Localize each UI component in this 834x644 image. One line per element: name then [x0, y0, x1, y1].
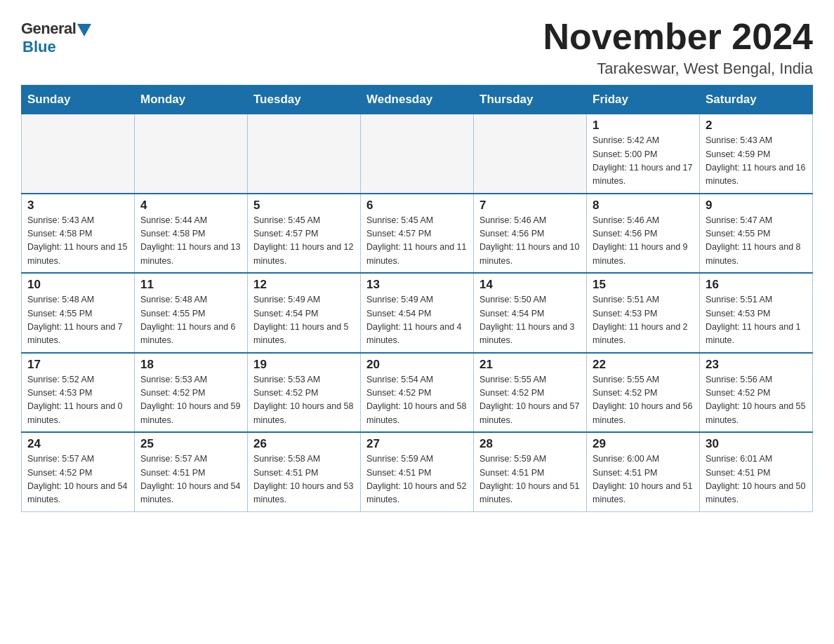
day-number: 2: [706, 119, 807, 133]
day-info: Sunrise: 5:44 AMSunset: 4:58 PMDaylight:…: [140, 214, 241, 269]
calendar-cell: 18Sunrise: 5:53 AMSunset: 4:52 PMDayligh…: [135, 353, 248, 433]
calendar-cell: 16Sunrise: 5:51 AMSunset: 4:53 PMDayligh…: [700, 273, 813, 353]
day-header-wednesday: Wednesday: [361, 86, 474, 114]
calendar-cell: 9Sunrise: 5:47 AMSunset: 4:55 PMDaylight…: [700, 194, 813, 274]
calendar-cell: 8Sunrise: 5:46 AMSunset: 4:56 PMDaylight…: [587, 194, 700, 274]
day-info: Sunrise: 5:59 AMSunset: 4:51 PMDaylight:…: [366, 452, 468, 507]
day-info: Sunrise: 5:59 AMSunset: 4:51 PMDaylight:…: [479, 452, 581, 507]
day-header-thursday: Thursday: [474, 86, 587, 114]
logo: General Blue: [21, 20, 91, 56]
calendar-cell: [135, 114, 248, 194]
calendar-cell: 6Sunrise: 5:45 AMSunset: 4:57 PMDaylight…: [361, 194, 474, 274]
day-number: 8: [593, 199, 694, 213]
calendar-week-row: 10Sunrise: 5:48 AMSunset: 4:55 PMDayligh…: [22, 273, 813, 353]
day-info: Sunrise: 5:43 AMSunset: 4:58 PMDaylight:…: [27, 214, 128, 269]
day-number: 24: [27, 437, 128, 451]
day-number: 11: [140, 278, 241, 292]
main-title: November 2024: [543, 17, 813, 57]
calendar-cell: 30Sunrise: 6:01 AMSunset: 4:51 PMDayligh…: [700, 432, 813, 511]
day-number: 10: [27, 278, 128, 292]
calendar-cell: 21Sunrise: 5:55 AMSunset: 4:52 PMDayligh…: [474, 353, 587, 433]
calendar-cell: 2Sunrise: 5:43 AMSunset: 4:59 PMDaylight…: [700, 114, 813, 194]
day-number: 16: [706, 278, 807, 292]
calendar-cell: 26Sunrise: 5:58 AMSunset: 4:51 PMDayligh…: [248, 432, 361, 511]
day-info: Sunrise: 5:51 AMSunset: 4:53 PMDaylight:…: [593, 293, 694, 348]
day-info: Sunrise: 5:43 AMSunset: 4:59 PMDaylight:…: [706, 134, 807, 189]
calendar-cell: 1Sunrise: 5:42 AMSunset: 5:00 PMDaylight…: [587, 114, 700, 194]
day-header-tuesday: Tuesday: [248, 86, 361, 114]
calendar-cell: 15Sunrise: 5:51 AMSunset: 4:53 PMDayligh…: [587, 273, 700, 353]
day-number: 27: [366, 437, 468, 451]
calendar-week-row: 24Sunrise: 5:57 AMSunset: 4:52 PMDayligh…: [22, 432, 813, 511]
logo-general-text: General: [21, 20, 76, 38]
day-info: Sunrise: 5:49 AMSunset: 4:54 PMDaylight:…: [366, 293, 468, 348]
calendar-cell: 5Sunrise: 5:45 AMSunset: 4:57 PMDaylight…: [248, 194, 361, 274]
day-number: 25: [140, 437, 241, 451]
calendar-cell: 29Sunrise: 6:00 AMSunset: 4:51 PMDayligh…: [587, 432, 700, 511]
day-info: Sunrise: 5:45 AMSunset: 4:57 PMDaylight:…: [253, 214, 355, 269]
calendar-cell: 28Sunrise: 5:59 AMSunset: 4:51 PMDayligh…: [474, 432, 587, 511]
day-info: Sunrise: 5:53 AMSunset: 4:52 PMDaylight:…: [140, 373, 241, 428]
day-number: 19: [253, 358, 355, 372]
day-number: 5: [253, 199, 355, 213]
calendar-cell: 12Sunrise: 5:49 AMSunset: 4:54 PMDayligh…: [248, 273, 361, 353]
calendar-cell: [474, 114, 587, 194]
calendar-cell: 25Sunrise: 5:57 AMSunset: 4:51 PMDayligh…: [135, 432, 248, 511]
day-number: 4: [140, 199, 241, 213]
day-info: Sunrise: 5:56 AMSunset: 4:52 PMDaylight:…: [706, 373, 807, 428]
calendar-cell: 4Sunrise: 5:44 AMSunset: 4:58 PMDaylight…: [135, 194, 248, 274]
day-number: 28: [479, 437, 581, 451]
calendar-cell: 22Sunrise: 5:55 AMSunset: 4:52 PMDayligh…: [587, 353, 700, 433]
calendar-cell: 14Sunrise: 5:50 AMSunset: 4:54 PMDayligh…: [474, 273, 587, 353]
day-info: Sunrise: 5:51 AMSunset: 4:53 PMDaylight:…: [706, 293, 807, 348]
day-info: Sunrise: 5:50 AMSunset: 4:54 PMDaylight:…: [479, 293, 581, 348]
day-info: Sunrise: 5:48 AMSunset: 4:55 PMDaylight:…: [140, 293, 241, 348]
day-info: Sunrise: 6:01 AMSunset: 4:51 PMDaylight:…: [706, 452, 807, 507]
calendar-week-row: 17Sunrise: 5:52 AMSunset: 4:53 PMDayligh…: [22, 353, 813, 433]
calendar-cell: [248, 114, 361, 194]
day-number: 23: [706, 358, 807, 372]
calendar-week-row: 1Sunrise: 5:42 AMSunset: 5:00 PMDaylight…: [22, 114, 813, 194]
day-number: 26: [253, 437, 355, 451]
day-number: 21: [479, 358, 581, 372]
day-header-monday: Monday: [135, 86, 248, 114]
day-info: Sunrise: 5:53 AMSunset: 4:52 PMDaylight:…: [253, 373, 355, 428]
day-number: 17: [27, 358, 128, 372]
day-number: 20: [366, 358, 468, 372]
day-info: Sunrise: 5:46 AMSunset: 4:56 PMDaylight:…: [593, 214, 694, 269]
day-header-friday: Friday: [587, 86, 700, 114]
day-info: Sunrise: 5:48 AMSunset: 4:55 PMDaylight:…: [27, 293, 128, 348]
logo-blue-text: Blue: [22, 38, 56, 56]
title-block: November 2024 Tarakeswar, West Bengal, I…: [543, 17, 813, 78]
calendar-header-row: SundayMondayTuesdayWednesdayThursdayFrid…: [22, 86, 813, 114]
calendar-cell: 19Sunrise: 5:53 AMSunset: 4:52 PMDayligh…: [248, 353, 361, 433]
logo-triangle-icon: [77, 24, 91, 36]
calendar-cell: [361, 114, 474, 194]
day-number: 22: [593, 358, 694, 372]
calendar-table: SundayMondayTuesdayWednesdayThursdayFrid…: [21, 85, 813, 512]
calendar-cell: 23Sunrise: 5:56 AMSunset: 4:52 PMDayligh…: [700, 353, 813, 433]
day-number: 29: [593, 437, 694, 451]
calendar-week-row: 3Sunrise: 5:43 AMSunset: 4:58 PMDaylight…: [22, 194, 813, 274]
calendar-cell: 10Sunrise: 5:48 AMSunset: 4:55 PMDayligh…: [22, 273, 135, 353]
day-number: 1: [593, 119, 694, 133]
calendar-cell: 20Sunrise: 5:54 AMSunset: 4:52 PMDayligh…: [361, 353, 474, 433]
day-info: Sunrise: 5:58 AMSunset: 4:51 PMDaylight:…: [253, 452, 355, 507]
day-number: 9: [706, 199, 807, 213]
day-info: Sunrise: 5:49 AMSunset: 4:54 PMDaylight:…: [253, 293, 355, 348]
day-number: 13: [366, 278, 468, 292]
day-info: Sunrise: 5:45 AMSunset: 4:57 PMDaylight:…: [366, 214, 468, 269]
day-info: Sunrise: 5:55 AMSunset: 4:52 PMDaylight:…: [593, 373, 694, 428]
day-info: Sunrise: 5:57 AMSunset: 4:52 PMDaylight:…: [27, 452, 128, 507]
calendar-cell: 17Sunrise: 5:52 AMSunset: 4:53 PMDayligh…: [22, 353, 135, 433]
day-number: 12: [253, 278, 355, 292]
day-info: Sunrise: 6:00 AMSunset: 4:51 PMDaylight:…: [593, 452, 694, 507]
calendar-cell: 27Sunrise: 5:59 AMSunset: 4:51 PMDayligh…: [361, 432, 474, 511]
day-info: Sunrise: 5:55 AMSunset: 4:52 PMDaylight:…: [479, 373, 581, 428]
calendar-cell: 7Sunrise: 5:46 AMSunset: 4:56 PMDaylight…: [474, 194, 587, 274]
day-header-sunday: Sunday: [22, 86, 135, 114]
day-number: 14: [479, 278, 581, 292]
day-number: 30: [706, 437, 807, 451]
day-info: Sunrise: 5:54 AMSunset: 4:52 PMDaylight:…: [366, 373, 468, 428]
calendar-cell: 13Sunrise: 5:49 AMSunset: 4:54 PMDayligh…: [361, 273, 474, 353]
